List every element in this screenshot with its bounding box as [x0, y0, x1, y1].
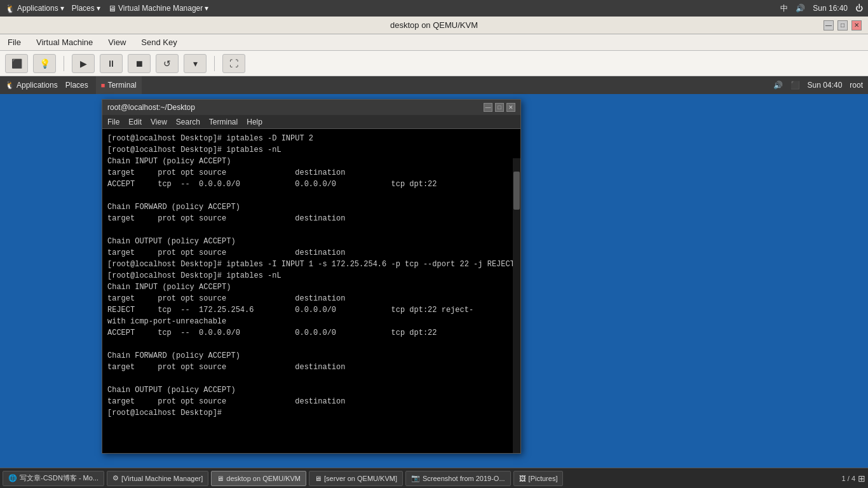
taskbar-item-5[interactable]: 🖼 [Pictures] [513, 471, 564, 486]
terminal-title: root@localhost:~/Desktop [107, 103, 195, 112]
terminal-minimize-btn[interactable]: — [484, 103, 492, 112]
input-method[interactable]: 中 [780, 3, 788, 14]
toolbar-pause-btn[interactable]: ⏸ [100, 54, 123, 73]
power-icon[interactable]: ⏻ [855, 4, 863, 13]
terminal-menubar: File Edit View Search Terminal Help [102, 115, 520, 129]
toolbar-sep1 [64, 56, 64, 71]
vm-menu-send-key[interactable]: Send Key [139, 37, 179, 47]
toolbar-display-btn[interactable]: ⬛ [5, 54, 28, 73]
toolbar-run-btn[interactable]: ▶ [72, 54, 95, 73]
applications-menu[interactable]: 🐧 Applications ▾ [5, 4, 64, 13]
term-menu-terminal[interactable]: Terminal [209, 118, 238, 126]
vm-menu-virtual-machine[interactable]: Virtual Machine [34, 37, 95, 47]
inner-topbar-right: 🔊 ⬛ Sun 04:40 root [773, 81, 863, 90]
vm-menu-view[interactable]: View [105, 37, 128, 47]
vm-titlebar: desktop on QEMU/KVM — □ ✕ [0, 17, 868, 34]
toolbar-stop-btn[interactable]: ⏹ [128, 54, 151, 73]
taskbar-item-0[interactable]: 🌐 写文章-CSDN博客 - Mo... [3, 471, 104, 486]
inner-applications-menu[interactable]: 🐧 Applications [5, 81, 58, 90]
vm-toolbar: ⬛ 💡 ▶ ⏸ ⏹ ↺ ▾ ⛶ [0, 51, 868, 76]
vm-title: desktop on QEMU/KVM [44, 20, 824, 30]
taskbar-pager: 1 / 4 ⊞ [842, 473, 865, 484]
term-menu-search[interactable]: Search [176, 118, 200, 126]
taskbar-item-3[interactable]: 🖥 [server on QEMU/KVM] [309, 471, 403, 486]
scrollbar-thumb[interactable] [513, 172, 520, 210]
places-menu[interactable]: Places ▾ [72, 4, 100, 13]
inner-time: Sun 04:40 [808, 81, 843, 90]
terminal-maximize-btn[interactable]: □ [495, 103, 504, 112]
terminal-scrollbar[interactable] [513, 158, 520, 453]
vm-close-btn[interactable]: ✕ [851, 20, 862, 30]
vm-maximize-btn[interactable]: □ [837, 20, 848, 30]
vm-manager-menu[interactable]: 🖥 Virtual Machine Manager ▾ [108, 4, 208, 13]
toolbar-sep2 [214, 56, 215, 71]
terminal-titlebar-controls: — □ ✕ [484, 103, 515, 112]
system-bar: 🐧 Applications ▾ Places ▾ 🖥 Virtual Mach… [0, 0, 868, 17]
terminal-close-btn[interactable]: ✕ [506, 103, 515, 112]
vm-inner-container: 🐧 Applications Places ■ Terminal 🔊 ⬛ Sun… [0, 76, 868, 488]
taskbar-item-2[interactable]: 🖥 desktop on QEMU/KVM [211, 471, 306, 486]
inner-volume[interactable]: 🔊 [773, 81, 783, 90]
inner-topbar: 🐧 Applications Places ■ Terminal 🔊 ⬛ Sun… [0, 76, 868, 94]
system-bar-left: 🐧 Applications ▾ Places ▾ 🖥 Virtual Mach… [5, 4, 208, 13]
toolbar-bulb-btn[interactable]: 💡 [33, 54, 56, 73]
terminal-content[interactable]: [root@localhost Desktop]# iptables -D IN… [102, 129, 520, 453]
toolbar-more-btn[interactable]: ▾ [184, 54, 207, 73]
terminal-titlebar: root@localhost:~/Desktop — □ ✕ [102, 100, 520, 115]
vm-outer: desktop on QEMU/KVM — □ ✕ File Virtual M… [0, 17, 868, 488]
term-menu-help[interactable]: Help [247, 118, 262, 126]
inner-taskbar: 🌐 写文章-CSDN博客 - Mo... ⚙ [Virtual Machine … [0, 468, 868, 488]
term-menu-view[interactable]: View [151, 118, 167, 126]
inner-user: root [850, 81, 863, 90]
inner-terminal-menu[interactable]: ■ Terminal [96, 76, 142, 94]
system-bar-right: 中 🔊 Sun 16:40 ⏻ [780, 3, 863, 14]
terminal-window: root@localhost:~/Desktop — □ ✕ File Edit… [102, 99, 521, 454]
term-menu-file[interactable]: File [107, 118, 119, 126]
system-volume[interactable]: 🔊 [796, 4, 805, 13]
vm-menubar: File Virtual Machine View Send Key [0, 34, 868, 51]
inner-places-menu[interactable]: Places [65, 81, 88, 90]
taskbar-item-4[interactable]: 📷 Screenshot from 2019-O... [405, 471, 511, 486]
vm-titlebar-controls: — □ ✕ [824, 20, 862, 30]
vm-minimize-btn[interactable]: — [824, 20, 834, 30]
taskbar-item-1[interactable]: ⚙ [Virtual Machine Manager] [107, 471, 208, 486]
vm-desktop: home Trash [0, 94, 868, 488]
toolbar-reset-btn[interactable]: ↺ [156, 54, 179, 73]
vm-menu-file[interactable]: File [5, 37, 24, 47]
system-time: Sun 16:40 [813, 4, 848, 13]
inner-display[interactable]: ⬛ [790, 81, 800, 90]
term-menu-edit[interactable]: Edit [128, 118, 142, 126]
toolbar-fullscreen-btn[interactable]: ⛶ [222, 54, 245, 73]
inner-topbar-left: 🐧 Applications Places ■ Terminal [5, 76, 142, 94]
pager-icon: ⊞ [858, 473, 865, 484]
